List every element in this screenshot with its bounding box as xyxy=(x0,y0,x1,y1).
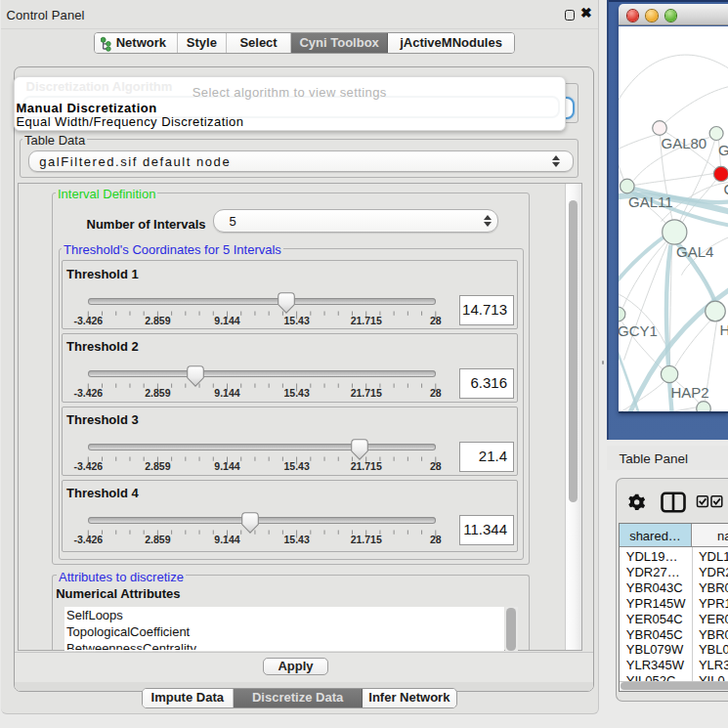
svg-text:C: C xyxy=(723,180,728,196)
svg-text:GAL11: GAL11 xyxy=(628,193,673,209)
svg-text:GAL80: GAL80 xyxy=(661,134,707,150)
svg-text:HAP2: HAP2 xyxy=(670,383,708,400)
svg-text:H: H xyxy=(719,321,728,337)
svg-text:G: G xyxy=(718,141,728,157)
svg-text:GAL4: GAL4 xyxy=(676,242,713,259)
svg-text:GCY1: GCY1 xyxy=(619,321,658,338)
